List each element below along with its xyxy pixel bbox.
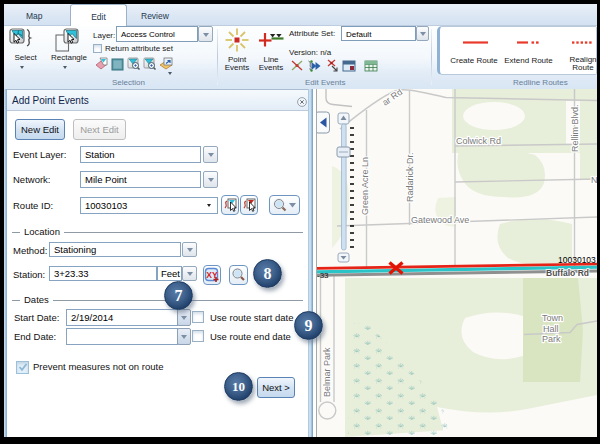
svg-text:-33: -33 — [317, 271, 329, 280]
svg-text:Town: Town — [542, 313, 563, 323]
svg-text:Belmar Park: Belmar Park — [322, 347, 332, 397]
svg-text:N: N — [591, 175, 597, 185]
svg-text:10030103: 10030103 — [558, 255, 596, 265]
svg-text:Rellim Blvd.: Rellim Blvd. — [570, 104, 580, 152]
svg-text:Buffalo Rd: Buffalo Rd — [546, 268, 589, 278]
svg-text:Gatewood Ave: Gatewood Ave — [411, 215, 469, 225]
svg-text:Hall: Hall — [543, 324, 559, 334]
svg-text:Radarick Dr.: Radarick Dr. — [405, 152, 415, 202]
svg-text:Green Acre Ln: Green Acre Ln — [360, 157, 370, 215]
svg-text:Colwick Rd: Colwick Rd — [456, 136, 501, 146]
svg-text:Park: Park — [542, 334, 561, 344]
